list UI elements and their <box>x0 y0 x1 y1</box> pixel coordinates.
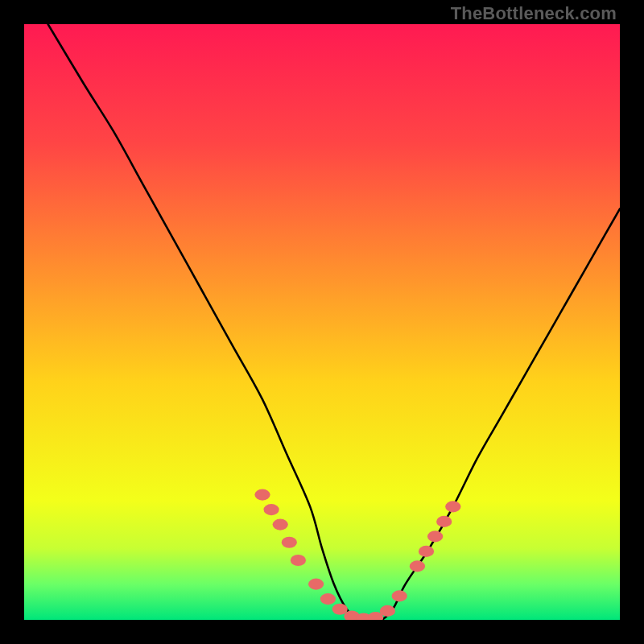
bottleneck-dot <box>332 604 348 615</box>
bottleneck-dot <box>308 579 324 590</box>
plot-frame <box>24 24 620 620</box>
bottleneck-dot <box>263 504 279 515</box>
bottleneck-dot <box>427 530 443 542</box>
bottleneck-dot <box>410 560 425 572</box>
bottleneck-dot <box>445 501 460 512</box>
bottleneck-dot <box>436 516 452 527</box>
bottleneck-dots-group <box>254 489 460 620</box>
bottleneck-dot <box>320 593 336 605</box>
curve-layer <box>24 24 620 620</box>
bottleneck-dot <box>419 546 434 557</box>
watermark-text: TheBottleneck.com <box>451 3 617 24</box>
bottleneck-dot <box>380 605 395 617</box>
bottleneck-dot <box>273 519 288 530</box>
bottleneck-dot <box>392 590 407 601</box>
bottleneck-dot <box>282 537 297 548</box>
bottleneck-dot <box>254 489 270 501</box>
bottleneck-curve <box>48 24 620 620</box>
bottleneck-dot <box>291 555 306 566</box>
